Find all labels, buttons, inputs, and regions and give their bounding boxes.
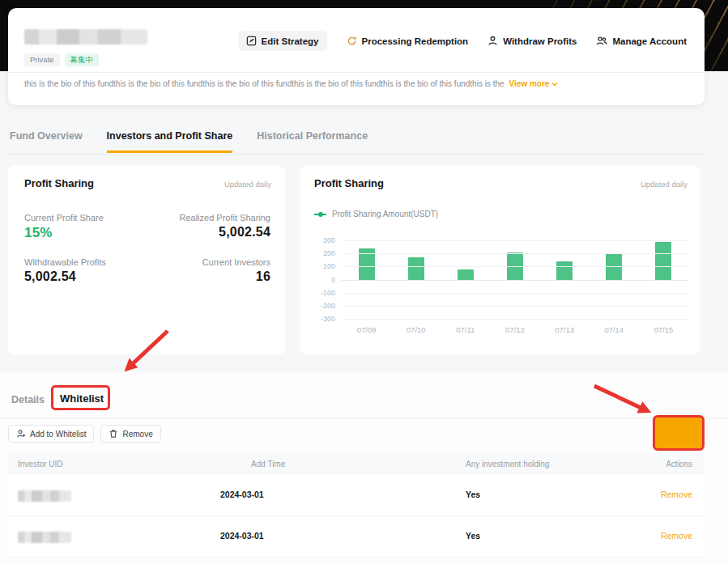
trash-icon (109, 429, 118, 439)
chart-y-axis: 3002001000-100-200-300 (300, 240, 335, 319)
chart-bar (655, 242, 671, 280)
stats-card-title: Profit Sharing (24, 177, 94, 189)
chart-ytick-label: -200 (300, 302, 335, 310)
chart-xtick-label: 07/15 (639, 325, 688, 334)
fund-name-redacted (24, 29, 147, 45)
chart-gridline (342, 319, 688, 320)
toggle-knob (679, 427, 693, 441)
remove-row-link[interactable]: Remove (661, 531, 692, 541)
add-time-cell: 2024-03-01 (220, 490, 264, 499)
legend-label: Profit Sharing Amount(USDT) (332, 210, 438, 218)
chart-xtick-label: 07/13 (540, 325, 590, 334)
investor-uid-redacted (18, 532, 71, 543)
chart-ytick-label: 200 (300, 249, 335, 257)
withdraw-profits-button[interactable]: Withdraw Profits (487, 36, 577, 46)
column-investment-holding: Any investment holding (466, 460, 549, 469)
tab-whitelist[interactable]: Whitelist (60, 392, 104, 405)
header-card-divider (8, 72, 705, 73)
fund-bio-text: this is the bio of this fundthis is the … (24, 79, 504, 88)
tab-details[interactable]: Details (11, 394, 45, 405)
tabs-divider-line (8, 154, 704, 155)
edit-strategy-button[interactable]: Edit Strategy (238, 31, 327, 51)
column-actions: Actions (666, 460, 692, 469)
header-action-buttons: Edit Strategy Processing Redemption With… (238, 31, 687, 51)
manage-account-button[interactable]: Manage Account (596, 36, 687, 46)
chart-bar (408, 257, 424, 279)
chart-gridline (342, 240, 688, 241)
chart-xtick-label: 07/12 (490, 325, 539, 334)
profit-sharing-stats-card: Profit Sharing Updated daily Current Pro… (8, 166, 285, 354)
manage-account-label: Manage Account (612, 36, 687, 46)
section-divider-line (0, 418, 728, 418)
withdrawable-profits-label: Withdrawable Profits (24, 257, 106, 267)
table-row: 2024-03-01 Yes Remove (8, 475, 704, 516)
edit-icon (246, 36, 257, 46)
table-row: 2024-03-01 Yes Remove (8, 516, 704, 558)
private-badge: Private (24, 53, 60, 66)
table-header: Investor UID Add Time Any investment hol… (8, 453, 704, 475)
remove-button[interactable]: Remove (100, 425, 160, 443)
current-profit-share-value: 15% (24, 225, 53, 241)
chart-updated-daily-label: Updated daily (641, 180, 688, 189)
chart-xtick-label: 07/14 (590, 325, 639, 334)
edit-strategy-label: Edit Strategy (262, 36, 319, 46)
add-to-whitelist-label: Add to Whitelist (30, 430, 86, 439)
view-more-label: View more (509, 79, 550, 88)
chevron-down-icon (551, 82, 558, 87)
withdraw-profits-label: Withdraw Profits (503, 36, 577, 46)
chart-bar (556, 261, 573, 280)
chart-gridline (342, 293, 688, 294)
chart-gridline (342, 306, 688, 307)
fund-tags: Private 募集中 (24, 53, 99, 66)
remove-row-link[interactable]: Remove (661, 490, 692, 499)
add-to-whitelist-button[interactable]: Add to Whitelist (8, 425, 94, 443)
chart-xtick-label: 07/11 (441, 325, 490, 334)
column-investor-uid: Investor UID (18, 460, 63, 469)
chart-xtick-label: 07/10 (391, 325, 441, 334)
add-time-cell: 2024-03-01 (220, 531, 264, 541)
view-more-link[interactable]: View more (509, 79, 559, 88)
holding-cell: Yes (466, 490, 480, 499)
column-add-time: Add Time (251, 460, 285, 469)
holding-cell: Yes (466, 531, 480, 541)
withdrawable-profits-value: 5,002.54 (24, 269, 76, 284)
chart-gridline (342, 266, 688, 267)
remove-button-label: Remove (122, 430, 152, 439)
chart-x-axis: 07/0907/1007/1107/1207/1307/1407/15 (342, 325, 688, 334)
fund-bio-row: this is the bio of this fundthis is the … (24, 79, 688, 88)
main-tabs: Fund Overview Investors and Profit Share… (10, 130, 368, 153)
redemption-refresh-icon (347, 36, 357, 46)
manage-account-icon (596, 36, 607, 46)
tab-investors-profit-share[interactable]: Investors and Profit Share (107, 130, 233, 153)
add-to-whitelist-icon (16, 429, 26, 439)
stats-updated-daily-label: Updated daily (224, 180, 271, 189)
current-investors-value: 16 (256, 269, 270, 284)
whitelist-toolbar: Add to Whitelist Remove (8, 425, 161, 443)
chart-ytick-label: 100 (300, 262, 335, 270)
chart-ytick-label: 0 (300, 276, 335, 284)
processing-redemption-label: Processing Redemption (362, 36, 469, 46)
chart-gridline (342, 280, 688, 281)
realized-profit-sharing-value: 5,002.54 (219, 225, 270, 240)
chart-legend: Profit Sharing Amount(USDT) (314, 210, 438, 218)
chart-bar (458, 269, 474, 280)
legend-marker-icon (314, 214, 326, 215)
tab-historical-performance[interactable]: Historical Performance (257, 130, 368, 153)
chart-ytick-label: -300 (300, 315, 335, 323)
whitelist-toggle[interactable] (662, 426, 695, 443)
current-profit-share-label: Current Profit Share (24, 213, 104, 223)
withdraw-profits-icon (487, 36, 498, 46)
chart-ytick-label: 300 (300, 236, 335, 244)
chart-gridline (342, 253, 688, 254)
chart-ytick-label: -100 (300, 289, 335, 297)
fundraising-status-badge: 募集中 (65, 53, 100, 66)
chart-plot-area (342, 240, 688, 319)
current-investors-label: Current Investors (202, 257, 270, 267)
fund-header-card: Private 募集中 Edit Strategy Processing Red… (8, 8, 705, 105)
realized-profit-sharing-label: Realized Profit Sharing (179, 213, 270, 223)
processing-redemption-button[interactable]: Processing Redemption (347, 36, 469, 46)
chart-xtick-label: 07/09 (342, 325, 391, 334)
chart-card-title: Profit Sharing (314, 177, 384, 189)
profit-sharing-chart-card: Profit Sharing Updated daily Profit Shar… (300, 166, 700, 354)
tab-fund-overview[interactable]: Fund Overview (10, 130, 83, 153)
